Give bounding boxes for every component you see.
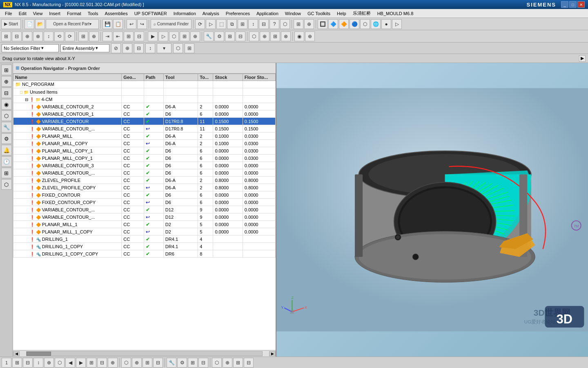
menu-application[interactable]: Application [253,9,282,18]
table-row[interactable]: ❗ 🔶 PLANAR_MILLCC✔D6-A20.10000.0300 [13,132,276,140]
table-row[interactable]: ❗ 🔶 VARIABLE_CONTOUR_...CC✔D1290.00000.0… [13,206,276,213]
menu-window[interactable]: Window [282,9,304,18]
tb2-btn-12[interactable]: ⊞ [124,31,134,41]
table-scrollbar[interactable]: ◀ ▶ [13,350,276,357]
tb-btn-10[interactable]: ⊞ [294,19,303,29]
table-row[interactable]: ❗ 🔶 PLANAR_MILL_COPY_1CC✔D660.00000.0300 [13,155,276,162]
tb2-btn-9[interactable]: ⊕ [89,31,99,41]
menu-analysis[interactable]: Analysis [199,9,223,18]
bottom-btn-2[interactable]: ⊟ [23,358,33,368]
tb2-btn-22[interactable]: ⊟ [236,31,245,41]
table-row[interactable]: ❗ 🔶 PLANAR_MILL_COPYCC↩D6-A20.10000.0300 [13,140,276,147]
table-row[interactable]: ❗ 🔩 DRILLING_1_COPY_COPYCC✔DR68 [13,250,276,258]
nav-table-container[interactable]: Name Geo... Path Tool To... Stock Floor … [13,74,276,350]
table-row[interactable]: ❗ 🔶 VARIABLE_CONTOUR_...CC↩D17R0.8110.15… [13,125,276,132]
table-row[interactable]: ❗ 🔶 VARIABLE_CONTOUR_...CC↩D1290.00000.0… [13,213,276,221]
table-row[interactable]: ❗ 🔶 FIXED_CONTOURCC✔D660.00000.0000 [13,191,276,199]
table-row[interactable]: ❗ 🔶 ZLEVEL_PROFILE_COPYCC↩D6-A20.80000.8… [13,184,276,191]
tb-btn-9[interactable]: ⬡ [280,19,290,29]
menu-information[interactable]: Information [170,9,199,18]
tb2-btn-10[interactable]: ⇥ [102,31,112,41]
maximize-button[interactable]: □ [569,1,577,8]
table-row[interactable]: ❗ 🔶 PLANAR_MILL_COPY_1CC✔D660.00000.0300 [13,147,276,155]
filter-btn-5[interactable]: ⬡ [173,43,183,53]
tb-btn-2[interactable]: ▷ [206,19,216,29]
tb-btn-14[interactable]: ⬡ [360,19,370,29]
tb2-btn-19[interactable]: 🔧 [204,31,214,41]
bottom-btn-8[interactable]: ⊞ [87,358,96,368]
tb2-btn-16[interactable]: ⬡ [169,31,179,41]
tb2-btn-6[interactable]: ⟲ [54,31,64,41]
tb-btn-13[interactable]: 🔵 [350,19,359,29]
bottom-btn-14[interactable]: ⊟ [153,358,163,368]
command-finder-button[interactable]: ⌕ Command Finder [151,19,192,29]
table-row[interactable]: ❗ 🔩 DRILLING_1CC✔DR4.14 [13,236,276,243]
bottom-btn-10[interactable]: ⊕ [108,358,118,368]
scope-dropdown[interactable]: Entire Assembly ▾ [60,44,109,52]
minimize-button[interactable]: _ [561,1,568,8]
scroll-thumb[interactable] [27,352,51,356]
tb-btn-4[interactable]: ⧉ [227,19,237,29]
bottom-btn-17[interactable]: ⊞ [188,358,198,368]
close-button[interactable]: ✕ [577,1,585,8]
menu-help[interactable]: Help [334,9,350,18]
filter-btn-3[interactable]: ⊟ [134,43,144,53]
open-button[interactable]: 📂 [35,19,45,29]
tb-btn-8[interactable]: ? [270,19,279,29]
view-cube-btn[interactable]: 🔲 [318,19,327,29]
table-row[interactable]: □ 📁 Unused Items [13,88,276,96]
tb2-btn-4[interactable]: ⊗ [33,31,43,41]
bottom-btn-15[interactable]: 🔧 [167,358,176,368]
filter-add-button[interactable]: ⊕ [122,43,132,53]
bottom-btn-6[interactable]: ◀ [65,358,75,368]
menu-view[interactable]: View [30,9,46,18]
bottom-btn-18[interactable]: ⊟ [198,358,208,368]
table-row[interactable]: ❗ 🔶 VARIABLE_CONTOURCC✔D17R0.8110.15000.… [13,118,276,125]
table-row[interactable]: ❗ 🔶 VARIABLE_CONTOUR_2CC✔D6-A20.00000.00… [13,103,276,110]
selection-filter-dropdown[interactable]: No Selection Filter ▾ [2,44,59,52]
bottom-btn-22[interactable]: ⊟ [244,358,254,368]
bottom-btn-13[interactable]: ⊞ [143,358,152,368]
table-row[interactable]: ❗ 🔶 FIXED_CONTOUR_COPYCC↩D660.00000.0000 [13,199,276,206]
tb2-btn-2[interactable]: ⊟ [12,31,22,41]
menu-preferences[interactable]: Preferences [223,9,253,18]
viewport[interactable]: 7M 3D世界网 UG爱好者论坛@来向 3D X Z Y [276,63,588,357]
tb-btn-5[interactable]: ⊞ [238,19,247,29]
new-file-button[interactable]: 📄 [24,19,34,29]
tb2-btn-17[interactable]: ⊞ [180,31,189,41]
save-button[interactable]: 💾 [102,19,112,29]
sidebar-icon-8[interactable]: 🔔 [1,145,12,155]
table-row[interactable]: 📁 NC_PROGRAM [13,81,276,88]
tb2-btn-20[interactable]: ⚙ [214,31,224,41]
menu-up-softwaer[interactable]: UP SOFTWAER [131,9,170,18]
tb2-btn-21[interactable]: ⊞ [225,31,235,41]
tb-btn-7[interactable]: ⊟ [259,19,269,29]
menu-insert[interactable]: Insert [46,9,64,18]
sidebar-icon-1[interactable]: ⊞ [1,65,12,75]
menu-chinese-1[interactable]: 乐清虹桥 [350,9,374,18]
tb-btn-15[interactable]: 🌐 [371,19,381,29]
menu-assemblies[interactable]: Assemblies [101,9,131,18]
sidebar-icon-4[interactable]: ◉ [1,99,12,110]
tb2-btn-25[interactable]: ⊞ [270,31,280,41]
tb2-btn-28[interactable]: ⊕ [305,31,315,41]
bottom-btn-19[interactable]: ⬡ [212,358,222,368]
tb2-btn-18[interactable]: ⊕ [190,31,200,41]
bottom-btn-9[interactable]: ⊟ [97,358,107,368]
tb2-btn-11[interactable]: ⇤ [113,31,123,41]
tb-btn-6[interactable]: ↕ [248,19,258,29]
open-recent-button[interactable]: Open a Recent Part▾ [46,19,99,29]
table-row[interactable]: ⊟ ❗ 📁 4-CM [13,96,276,103]
tb-btn-12[interactable]: 🔶 [339,19,349,29]
tb2-btn-24[interactable]: ⊕ [260,31,270,41]
bottom-btn-5[interactable]: ⬡ [55,358,65,368]
tb-btn-16[interactable]: ● [381,19,391,29]
tb2-btn-26[interactable]: ⊗ [281,31,291,41]
scroll-left-btn[interactable]: ◀ [13,351,20,356]
tb2-btn-8[interactable]: ⊞ [78,31,88,41]
tb2-btn-27[interactable]: ◉ [294,31,304,41]
filter-reset-button[interactable]: ⊘ [111,43,121,53]
sidebar-icon-9[interactable]: 🕐 [1,156,12,167]
bottom-btn-1[interactable]: ⊞ [12,358,22,368]
sidebar-icon-6[interactable]: 🔧 [1,122,12,132]
